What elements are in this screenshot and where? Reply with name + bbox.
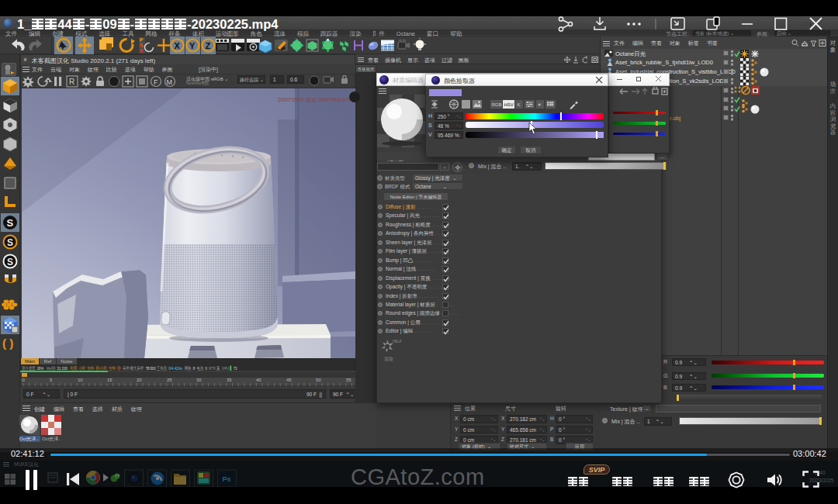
svg-text:50: 50	[316, 378, 321, 382]
svg-text:30: 30	[196, 378, 202, 382]
svg-text:R: R	[69, 78, 74, 86]
svg-text:HSV: HSV	[504, 102, 514, 107]
svg-text:R: R	[140, 48, 144, 54]
svg-text:Z: Z	[206, 41, 211, 50]
svg-text:P: P	[140, 37, 144, 43]
svg-text:X: X	[175, 41, 181, 50]
svg-text:10: 10	[78, 378, 83, 382]
svg-text:K: K	[518, 102, 521, 107]
svg-text:( ): ( )	[2, 337, 13, 350]
svg-text:25: 25	[167, 378, 172, 382]
svg-text:S: S	[7, 217, 14, 229]
svg-text:RGB: RGB	[492, 102, 502, 107]
svg-text:M: M	[167, 78, 173, 86]
svg-text:5: 5	[50, 378, 53, 382]
svg-text:45: 45	[286, 378, 292, 382]
svg-text:2000*2000 缝放:%60 PAN:63,-16: 2000*2000 缝放:%60 PAN:63,-16	[278, 97, 355, 103]
svg-text:Y: Y	[189, 41, 196, 50]
svg-text:40: 40	[256, 378, 261, 382]
svg-text:35: 35	[227, 378, 232, 382]
svg-text:S: S	[140, 43, 144, 48]
svg-text:F: F	[154, 78, 158, 86]
svg-text:55: 55	[346, 378, 351, 382]
svg-text:15: 15	[107, 378, 113, 382]
svg-text:S: S	[7, 257, 13, 268]
svg-text:0: 0	[23, 378, 26, 382]
svg-text:S: S	[7, 237, 13, 248]
svg-text:20: 20	[137, 378, 142, 382]
